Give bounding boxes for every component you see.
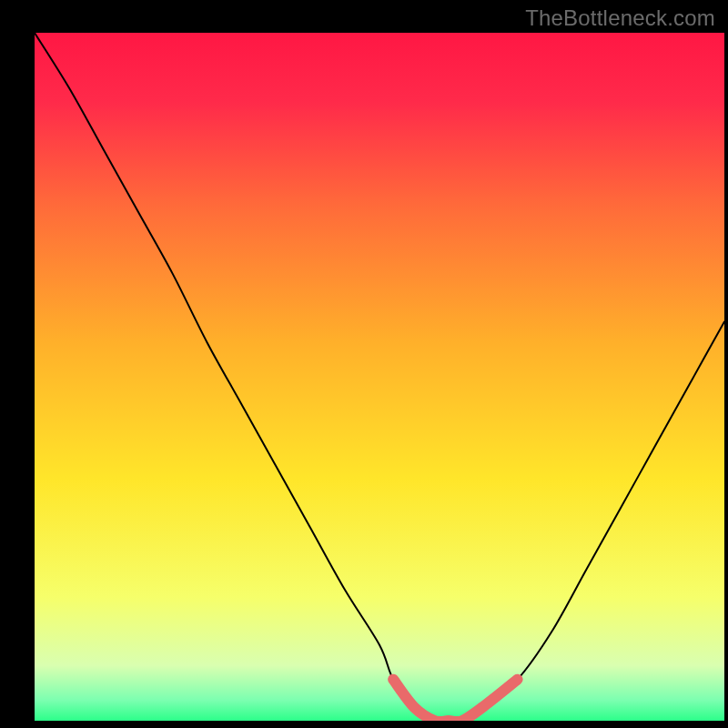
chart-frame: TheBottleneck.com xyxy=(0,0,728,728)
chart-background xyxy=(35,33,724,721)
watermark-text: TheBottleneck.com xyxy=(525,5,715,31)
bottleneck-chart xyxy=(0,0,728,728)
